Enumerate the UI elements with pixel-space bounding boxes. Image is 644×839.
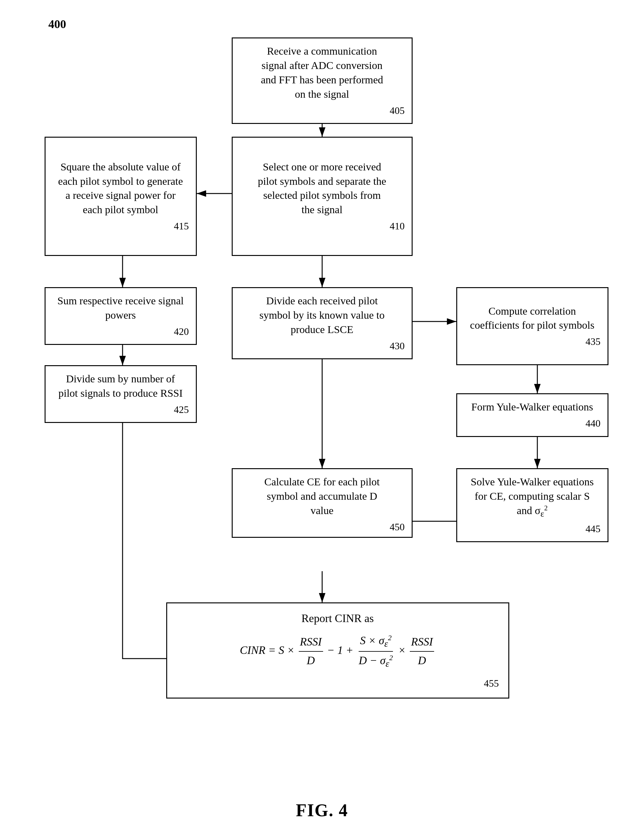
box-415-number: 415	[174, 219, 189, 233]
box-455-number: 455	[484, 677, 499, 690]
box-405: Receive a communication signal after ADC…	[232, 38, 412, 124]
box-445: Solve Yule-Walker equations for CE, comp…	[456, 468, 608, 542]
box-435-number: 435	[586, 335, 601, 348]
box-410-label: Select one or more received pilot symbol…	[258, 160, 386, 217]
box-425-label: Divide sum by number of pilot signals to…	[58, 372, 183, 401]
fig-caption: FIG. 4	[296, 800, 348, 820]
diagram-container: Receive a communication signal after ADC…	[26, 19, 618, 768]
box-410: Select one or more received pilot symbol…	[232, 137, 412, 256]
box-420-label: Sum respective receive signal powers	[58, 294, 184, 322]
box-425-number: 425	[174, 403, 189, 416]
box-415: Square the absolute value of each pilot …	[44, 137, 197, 256]
box-405-label: Receive a communication signal after ADC…	[261, 44, 383, 101]
box-435-label: Compute correlation coefficients for pil…	[470, 304, 595, 333]
box-450-number: 450	[390, 520, 405, 534]
box-450: Calculate CE for each pilot symbol and a…	[232, 468, 412, 538]
box-440-number: 440	[586, 417, 601, 430]
box-440-label: Form Yule-Walker equations	[471, 400, 593, 414]
box-420: Sum respective receive signal powers 420	[44, 287, 197, 345]
box-430-label: Divide each received pilot symbol by its…	[260, 294, 384, 337]
box-445-number: 445	[586, 522, 601, 536]
box-435: Compute correlation coefficients for pil…	[456, 287, 608, 365]
box-445-label: Solve Yule-Walker equations for CE, comp…	[471, 475, 593, 520]
box-450-label: Calculate CE for each pilot symbol and a…	[264, 475, 380, 518]
box-405-number: 405	[390, 104, 405, 117]
page: 400	[0, 0, 644, 839]
box-440: Form Yule-Walker equations 440	[456, 393, 608, 437]
box-425: Divide sum by number of pilot signals to…	[44, 365, 197, 423]
box-430: Divide each received pilot symbol by its…	[232, 287, 412, 359]
box-455-label: Report CINR as	[302, 611, 374, 626]
box-420-number: 420	[174, 325, 189, 338]
box-455: Report CINR as CINR = S × RSSI D − 1 + S…	[166, 602, 509, 699]
box-410-number: 410	[390, 219, 405, 233]
box-430-number: 430	[390, 339, 405, 353]
box-455-formula: CINR = S × RSSI D − 1 + S × σε2 D − σε2 …	[237, 629, 439, 674]
box-415-label: Square the absolute value of each pilot …	[58, 160, 183, 217]
